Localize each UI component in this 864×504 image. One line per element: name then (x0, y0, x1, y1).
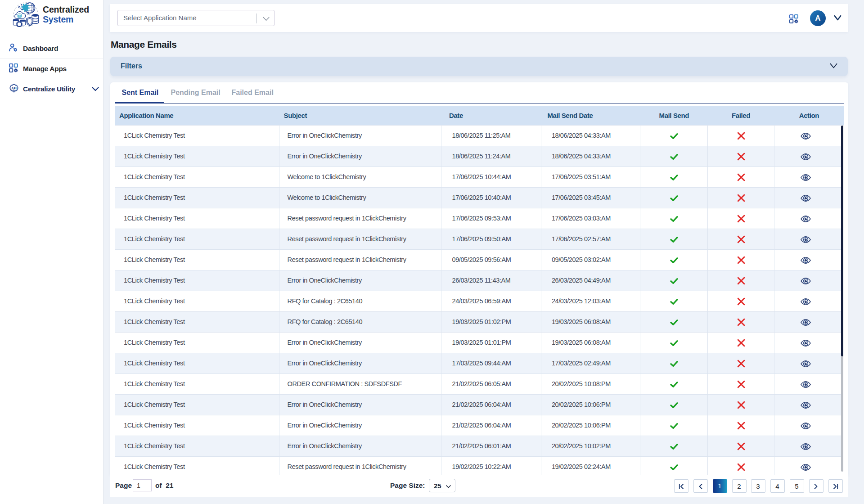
svg-text:API: API (11, 87, 16, 90)
